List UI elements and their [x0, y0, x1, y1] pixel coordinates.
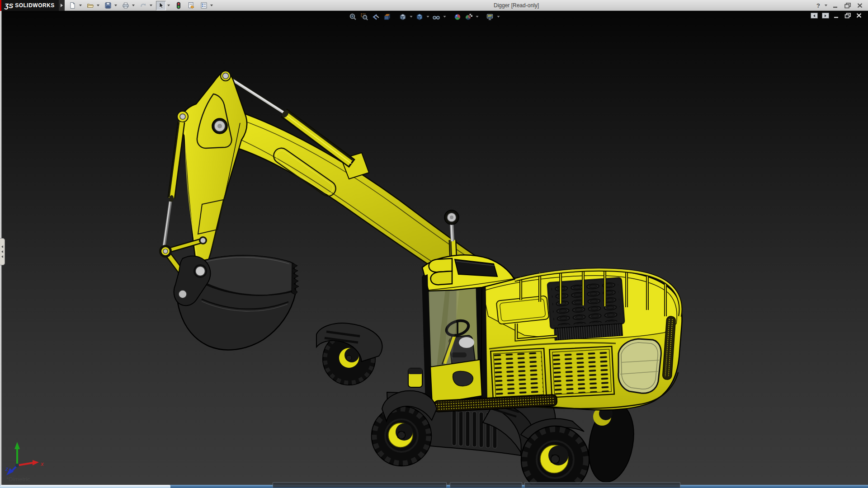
view-settings-button[interactable] — [485, 12, 495, 21]
undo-button[interactable] — [138, 1, 148, 10]
open-document-icon — [86, 1, 94, 9]
taskbar-button[interactable] — [524, 482, 680, 488]
zoom-to-fit-button[interactable] — [348, 12, 358, 21]
view-settings-dropdown[interactable] — [496, 16, 500, 18]
tile-pane-right-button[interactable] — [822, 13, 829, 19]
open-document-dropdown[interactable] — [95, 1, 100, 10]
rebuild-traffic-light-icon — [175, 1, 183, 9]
save-button[interactable] — [103, 1, 113, 10]
solidworks-window: ƷS SOLIDWORKS — [0, 0, 868, 488]
titlebar-controls: ? — [816, 0, 863, 11]
view-orientation-label: *Dimetric — [6, 476, 30, 483]
view-orientation-icon — [398, 13, 407, 21]
help-button[interactable]: ? — [816, 2, 820, 9]
options-icon — [200, 1, 208, 9]
view-orientation-button[interactable] — [398, 12, 408, 21]
hide-show-items-dropdown[interactable] — [443, 16, 447, 18]
window-title: Digger [Read-only] — [494, 2, 539, 9]
edit-appearance-icon — [453, 13, 462, 21]
open-document-button[interactable] — [85, 1, 95, 10]
print-button[interactable] — [121, 1, 131, 10]
select-button[interactable] — [156, 1, 166, 10]
undo-icon — [139, 1, 147, 9]
new-document-dropdown[interactable] — [78, 1, 83, 10]
apply-scene-dropdown[interactable] — [475, 16, 479, 18]
apply-scene-button[interactable] — [464, 12, 474, 21]
brand-glyph: ƷS — [5, 2, 13, 9]
options-dropdown[interactable] — [209, 1, 214, 10]
doc-close-button[interactable] — [856, 13, 863, 19]
new-document-button[interactable] — [68, 1, 78, 10]
zoom-to-area-icon — [360, 13, 368, 21]
collapse-arrow-icon — [1, 255, 3, 258]
doc-minimize-button[interactable] — [833, 13, 840, 19]
graphics-viewport[interactable] — [0, 11, 868, 485]
collapse-arrow-icon — [1, 245, 3, 248]
tile-pane-left-button[interactable] — [811, 13, 818, 19]
flyout-arrow-icon — [61, 4, 63, 7]
document-window-controls — [811, 13, 863, 19]
print-icon — [122, 1, 130, 9]
minimize-button[interactable] — [832, 2, 839, 9]
display-style-icon — [415, 13, 424, 21]
previous-view-icon — [371, 13, 380, 21]
headsup-view-toolbar — [348, 12, 500, 21]
select-cursor-icon — [157, 1, 165, 9]
edit-appearance-button[interactable] — [453, 12, 462, 21]
hide-show-items-icon — [432, 13, 440, 21]
options-button[interactable] — [199, 1, 209, 10]
apply-scene-icon — [464, 13, 473, 21]
taskbar[interactable] — [0, 485, 868, 488]
display-style-button[interactable] — [415, 12, 425, 21]
titlebar: ƷS SOLIDWORKS — [0, 0, 868, 11]
new-document-icon — [69, 1, 77, 9]
solidworks-logo: ƷS SOLIDWORKS — [0, 0, 59, 11]
pane-right-arrow-icon — [825, 14, 826, 17]
logo-red-stripe — [0, 0, 1, 11]
standard-toolbar — [68, 0, 214, 10]
taskbar-button[interactable] — [273, 482, 447, 488]
pane-left-arrow-icon — [813, 14, 815, 17]
hide-show-items-button[interactable] — [431, 12, 441, 21]
taskbar-button[interactable] — [450, 482, 522, 488]
rebuild-button[interactable] — [174, 1, 184, 10]
section-view-icon — [382, 13, 391, 21]
brand-name: SOLIDWORKS — [15, 2, 55, 9]
doc-restore-button[interactable] — [844, 13, 852, 19]
zoom-to-fit-icon — [349, 13, 357, 21]
view-settings-icon — [486, 13, 494, 21]
file-properties-icon — [187, 1, 195, 9]
panel-expand-tab[interactable] — [0, 238, 5, 265]
save-dropdown[interactable] — [113, 1, 118, 10]
section-view-button[interactable] — [382, 12, 392, 21]
logo-flyout-button[interactable] — [59, 0, 65, 11]
file-properties-button[interactable] — [186, 1, 196, 10]
display-style-dropdown[interactable] — [426, 16, 430, 18]
previous-view-button[interactable] — [371, 12, 381, 21]
zoom-to-area-button[interactable] — [359, 12, 369, 21]
undo-dropdown[interactable] — [148, 1, 153, 10]
close-button[interactable] — [856, 2, 863, 9]
view-orientation-dropdown[interactable] — [409, 16, 413, 18]
select-dropdown[interactable] — [166, 1, 171, 10]
collapse-arrow-icon — [1, 250, 3, 253]
print-dropdown[interactable] — [131, 1, 136, 10]
help-dropdown[interactable] — [825, 5, 827, 6]
save-icon — [104, 1, 112, 9]
taskbar-quicklaunch[interactable] — [0, 485, 170, 488]
restore-button[interactable] — [844, 2, 852, 9]
